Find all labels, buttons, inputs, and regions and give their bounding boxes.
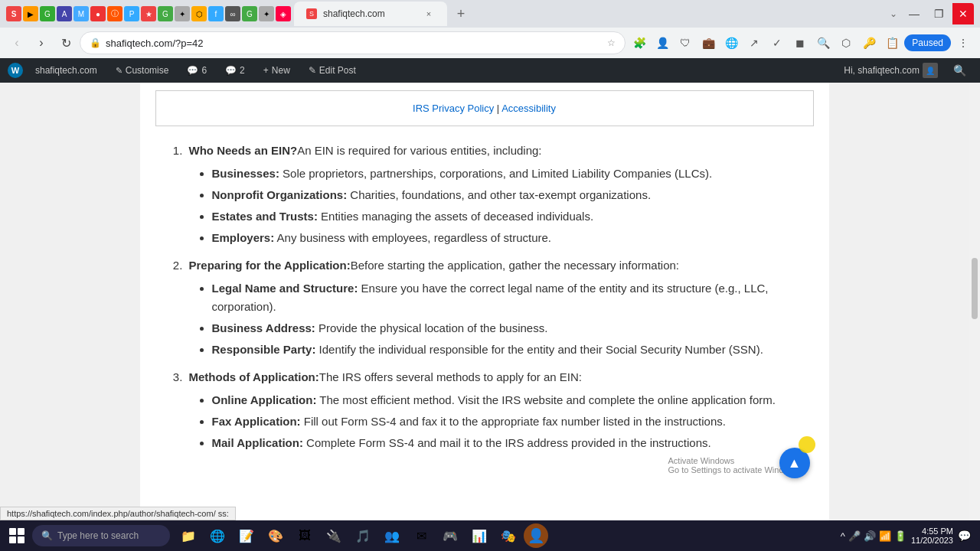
wp-comments[interactable]: 💬 6: [181, 58, 213, 83]
bullet-employers: Employers: Any business with employees, …: [212, 229, 806, 247]
article-content: Who Needs an EIN?An EIN is required for …: [140, 134, 829, 477]
clock-time: 4:55 PM: [911, 527, 953, 536]
taskbar-app-game[interactable]: 🎮: [436, 522, 464, 549]
taskbar-app-img[interactable]: 🖼: [291, 522, 318, 549]
section-3-intro: The IRS offers several methods to apply …: [319, 370, 582, 383]
bullet-mail: Mail Application: Complete Form SS-4 and…: [212, 434, 806, 452]
forward-button[interactable]: ›: [31, 32, 52, 54]
wp-search-icon[interactable]: 🔍: [947, 64, 972, 77]
extension3[interactable]: ⬡: [835, 32, 857, 54]
tab-close-button[interactable]: ×: [423, 8, 435, 20]
tab-icon-6: ●: [90, 6, 106, 21]
tab-icon-1: S: [6, 6, 21, 21]
adblocker-button[interactable]: 🛡: [675, 32, 696, 54]
taskbar-app-video[interactable]: 🎭: [495, 522, 522, 549]
active-tab-title: shafiqtech.com: [323, 8, 385, 19]
active-tab[interactable]: S shafiqtech.com ×: [294, 2, 447, 26]
start-button[interactable]: [3, 522, 31, 549]
wp-right-section: Hi, shafiqtech.com 👤 🔍: [838, 58, 972, 83]
notification-icon[interactable]: 💬: [958, 530, 971, 542]
taskbar-app-word[interactable]: 📝: [233, 522, 260, 549]
sys-network-icon[interactable]: 📶: [879, 530, 891, 542]
extension5[interactable]: 📋: [881, 32, 903, 54]
scrollbar-thumb[interactable]: [972, 258, 978, 319]
bullet-online-term: Online Application:: [212, 393, 317, 406]
minimize-button[interactable]: —: [903, 3, 925, 24]
tab-icon-2: ▶: [23, 6, 38, 21]
extension4[interactable]: 🔑: [858, 32, 880, 54]
wallet-button[interactable]: 💼: [697, 32, 719, 54]
bookmark-star[interactable]: ☆: [607, 37, 616, 48]
taskbar-app-edge[interactable]: 🌐: [204, 522, 231, 549]
wp-logo[interactable]: W: [8, 63, 23, 78]
sys-arrow-icon[interactable]: ^: [841, 530, 845, 542]
irs-accessibility-link[interactable]: Accessibility: [501, 103, 556, 114]
wp-avatar: 👤: [923, 63, 938, 78]
section-1-heading-bold: Who Needs an EIN?: [189, 144, 298, 157]
taskbar-app-ps[interactable]: 🎨: [262, 522, 289, 549]
taskbar-app-teams[interactable]: 👥: [378, 522, 406, 549]
bullet-mail-detail: Complete Form SS-4 and mail it to the IR…: [303, 436, 711, 449]
taskbar-app-explorer[interactable]: 📁: [175, 522, 202, 549]
section-2-item: Preparing for the Application:Before sta…: [186, 256, 806, 359]
tab-icon-16: ✦: [259, 6, 274, 21]
taskbar-clock[interactable]: 4:55 PM 11/20/2023: [911, 527, 953, 545]
extension2[interactable]: 🔍: [812, 32, 834, 54]
close-button[interactable]: ✕: [952, 3, 974, 24]
share-button[interactable]: ↗: [743, 32, 765, 54]
taskbar-apps: 📁 🌐 📝 🎨 🖼 🔌 🎵 👥 ✉ 🎮 📊 🎭 👤: [175, 522, 548, 549]
paused-button[interactable]: Paused: [904, 34, 951, 51]
secure-icon: 🔒: [90, 37, 101, 48]
wp-customise[interactable]: ✎ Customise: [109, 58, 175, 83]
content-area: IRS Privacy Policy | Accessibility Who N…: [140, 83, 829, 520]
bullet-online: Online Application: The most efficient m…: [212, 391, 806, 409]
translate-button[interactable]: 🌐: [720, 32, 742, 54]
tab-icon-4: A: [57, 6, 72, 21]
taskbar: 🔍 Type here to search 📁 🌐 📝 🎨 🖼 🔌 🎵 👥 ✉ …: [0, 520, 980, 551]
extensions-button[interactable]: 🧩: [629, 32, 650, 54]
wp-site-link[interactable]: shafiqtech.com: [29, 58, 103, 83]
tab-list-arrow[interactable]: ⌄: [890, 8, 897, 19]
bullet-fax-detail: Fill out Form SS-4 and fax it to the app…: [301, 415, 726, 428]
bullet-businesses-detail: Sole proprietors, partnerships, corporat…: [279, 167, 712, 180]
wp-hi-text: Hi, shafiqtech.com: [844, 65, 920, 76]
section-3-bullets: Online Application: The most efficient m…: [189, 391, 806, 452]
wp-edit-post[interactable]: ✎ Edit Post: [302, 58, 362, 83]
taskbar-user-photo[interactable]: 👤: [524, 523, 548, 548]
menu-button[interactable]: ⋮: [952, 32, 974, 54]
taskbar-app-mail[interactable]: ✉: [407, 522, 435, 549]
main-list: Who Needs an EIN?An EIN is required for …: [186, 142, 806, 452]
section-1-item: Who Needs an EIN?An EIN is required for …: [186, 142, 806, 247]
section-3-heading: Methods of Application:The IRS offers se…: [189, 370, 583, 383]
profile-button[interactable]: 👤: [652, 32, 673, 54]
tab-icon-10: G: [158, 6, 173, 21]
section-1-intro: An EIN is required for various entities,…: [297, 144, 541, 157]
pending-icon: 💬: [225, 65, 237, 76]
taskbar-app-excel[interactable]: 📊: [466, 522, 493, 549]
customise-icon: ✎: [116, 66, 122, 76]
bullet-responsible: Responsible Party: Identify the individu…: [212, 341, 806, 359]
taskbar-app-music[interactable]: 🎵: [349, 522, 377, 549]
check-icon[interactable]: ✓: [766, 32, 788, 54]
bullet-nonprofits-term: Nonprofit Organizations:: [212, 188, 348, 201]
reload-button[interactable]: ↻: [55, 32, 77, 54]
sys-battery-icon[interactable]: 🔋: [894, 530, 906, 542]
bullet-nonprofits: Nonprofit Organizations: Charities, foun…: [212, 186, 806, 204]
extension1[interactable]: ◼: [789, 32, 811, 54]
maximize-button[interactable]: ❐: [928, 3, 949, 24]
system-tray: ^ 🎤 🔊 📶 🔋: [841, 530, 906, 542]
wp-hi[interactable]: Hi, shafiqtech.com 👤: [838, 58, 944, 83]
taskbar-search[interactable]: 🔍 Type here to search: [32, 525, 170, 546]
tab-icon-7: ⓘ: [107, 6, 122, 21]
wp-new[interactable]: + New: [257, 58, 296, 83]
sys-volume-icon[interactable]: 🔊: [864, 530, 876, 542]
irs-privacy-link[interactable]: IRS Privacy Policy: [413, 103, 494, 114]
sys-mic-icon[interactable]: 🎤: [848, 530, 861, 542]
back-button[interactable]: ‹: [6, 32, 28, 54]
taskbar-app-plugin[interactable]: 🔌: [320, 522, 348, 549]
section-2-heading-bold: Preparing for the Application:: [189, 259, 351, 272]
new-tab-button[interactable]: +: [450, 3, 472, 24]
address-bar[interactable]: 🔒 shafiqtech.com/?p=42 ☆: [80, 31, 626, 54]
scroll-to-top-button[interactable]: ▲: [779, 448, 810, 478]
wp-pending[interactable]: 💬 2: [219, 58, 251, 83]
